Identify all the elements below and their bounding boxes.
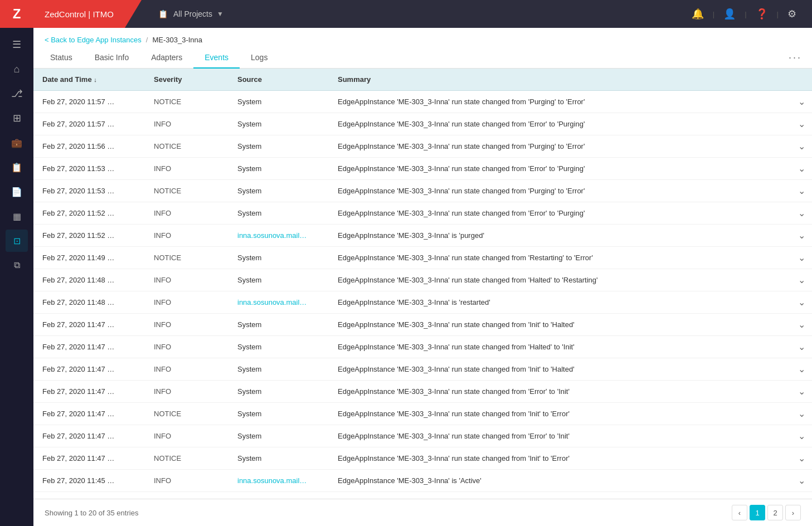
next-page-button[interactable]: ›	[785, 505, 801, 520]
expand-row-button[interactable]: ⌄	[790, 225, 812, 247]
tab-events[interactable]: Events	[193, 47, 240, 69]
cell-datetime: Feb 27, 2020 11:47 …	[33, 403, 145, 425]
cell-datetime: Feb 27, 2020 11:47 …	[33, 381, 145, 403]
expand-row-button[interactable]: ⌄	[790, 314, 812, 336]
cell-summary: EdgeAppInstance 'ME-303_3-Inna' run stat…	[329, 425, 790, 447]
expand-row-button[interactable]: ⌄	[790, 91, 812, 113]
cell-severity: INFO	[145, 470, 228, 492]
cell-severity: NOTICE	[145, 447, 228, 470]
sidebar-apps-icon[interactable]: ⊞	[6, 107, 28, 129]
cell-source: System	[228, 447, 329, 470]
expand-row-button[interactable]: ⌄	[790, 202, 812, 225]
sidebar-layers-icon[interactable]: ⧉	[6, 254, 28, 276]
help-icon[interactable]: ❓	[751, 8, 772, 20]
cell-summary: EdgeAppInstance 'ME-303_3-Inna' run stat…	[329, 180, 790, 202]
tab-adapters[interactable]: Adapters	[140, 47, 193, 69]
expand-row-button[interactable]: ⌄	[790, 447, 812, 470]
sidebar-topology-icon[interactable]: ⎇	[6, 82, 28, 105]
cell-source[interactable]: inna.sosunova.mail…	[228, 470, 329, 492]
cell-source: System	[228, 358, 329, 381]
sidebar-document-icon[interactable]: 📄	[6, 181, 28, 203]
prev-page-button[interactable]: ‹	[732, 505, 747, 520]
cell-source: System	[228, 425, 329, 447]
project-selector[interactable]: 📋 All Projects ▼	[142, 9, 223, 18]
logo: Z	[0, 0, 33, 28]
expand-row-button[interactable]: ⌄	[790, 291, 812, 314]
sidebar-briefcase-icon[interactable]: 💼	[6, 132, 28, 154]
cell-summary: EdgeAppInstance 'ME-303_3-Inna' is 'rest…	[329, 291, 790, 314]
table-row: Feb 27, 2020 11:47 …NOTICESystemEdgeAppI…	[33, 447, 812, 470]
sidebar-home-icon[interactable]: ⌂	[6, 58, 28, 80]
table-row: Feb 27, 2020 11:47 …INFOSystemEdgeAppIns…	[33, 314, 812, 336]
tab-basic-info[interactable]: Basic Info	[84, 47, 140, 69]
notification-icon[interactable]: 🔔	[687, 8, 708, 20]
sidebar-menu-icon[interactable]: ☰	[6, 33, 28, 56]
col-summary: Summary	[329, 69, 790, 91]
cell-source: System	[228, 381, 329, 403]
sidebar-grid-icon[interactable]: ▦	[6, 205, 28, 227]
sidebar-active-icon[interactable]: ⊡	[6, 230, 28, 252]
expand-row-button[interactable]: ⌄	[790, 269, 812, 291]
topbar: Z ZedControl | ITMO 📋 All Projects ▼ 🔔 |…	[0, 0, 812, 28]
cell-datetime: Feb 27, 2020 11:57 …	[33, 91, 145, 113]
col-severity: Severity	[145, 69, 228, 91]
table-row: Feb 27, 2020 11:47 …NOTICESystemEdgeAppI…	[33, 403, 812, 425]
user-icon[interactable]: 👤	[719, 8, 740, 20]
cell-summary: EdgeAppInstance 'ME-303_3-Inna' is 'Acti…	[329, 470, 790, 492]
page-1-button[interactable]: 1	[750, 505, 765, 520]
page-2-button[interactable]: 2	[767, 505, 783, 520]
expand-row-button[interactable]: ⌄	[790, 247, 812, 269]
expand-row-button[interactable]: ⌄	[790, 470, 812, 492]
expand-row-button[interactable]: ⌄	[790, 381, 812, 403]
cell-source: System	[228, 135, 329, 158]
cell-source: System	[228, 314, 329, 336]
cell-datetime: Feb 27, 2020 11:47 …	[33, 358, 145, 381]
tab-status[interactable]: Status	[39, 47, 84, 69]
sidebar-report-icon[interactable]: 📋	[6, 156, 28, 178]
table-row: Feb 27, 2020 11:45 …INFOinna.sosunova.ma…	[33, 470, 812, 492]
cell-source: System	[228, 180, 329, 202]
expand-row-button[interactable]: ⌄	[790, 425, 812, 447]
cell-datetime: Feb 27, 2020 11:57 …	[33, 113, 145, 135]
cell-datetime: Feb 27, 2020 11:47 …	[33, 425, 145, 447]
cell-summary: EdgeAppInstance 'ME-303_3-Inna' run stat…	[329, 158, 790, 180]
cell-datetime: Feb 27, 2020 11:52 …	[33, 202, 145, 225]
table-row: Feb 27, 2020 11:52 …INFOSystemEdgeAppIns…	[33, 202, 812, 225]
table-row: Feb 27, 2020 11:57 …INFOSystemEdgeAppIns…	[33, 113, 812, 135]
cell-source[interactable]: inna.sosunova.mail…	[228, 225, 329, 247]
cell-summary: EdgeAppInstance 'ME-303_3-Inna' run stat…	[329, 247, 790, 269]
expand-row-button[interactable]: ⌄	[790, 403, 812, 425]
settings-icon[interactable]: ⚙	[783, 8, 801, 20]
expand-row-button[interactable]: ⌄	[790, 135, 812, 158]
col-expand	[790, 69, 812, 91]
expand-row-button[interactable]: ⌄	[790, 180, 812, 202]
tab-logs[interactable]: Logs	[240, 47, 279, 69]
topbar-actions: 🔔 | 👤 | ❓ | ⚙	[687, 8, 812, 20]
tabs-more-button[interactable]: ···	[784, 52, 806, 64]
cell-datetime: Feb 27, 2020 11:47 …	[33, 336, 145, 358]
cell-source: System	[228, 403, 329, 425]
divider1: |	[711, 10, 717, 18]
table-row: Feb 27, 2020 11:57 …NOTICESystemEdgeAppI…	[33, 91, 812, 113]
cell-summary: EdgeAppInstance 'ME-303_3-Inna' run stat…	[329, 336, 790, 358]
cell-severity: INFO	[145, 113, 228, 135]
brand-label: ZedControl | ITMO	[33, 0, 125, 28]
expand-row-button[interactable]: ⌄	[790, 113, 812, 135]
cell-datetime: Feb 27, 2020 11:48 …	[33, 291, 145, 314]
cell-source[interactable]: inna.sosunova.mail…	[228, 291, 329, 314]
table-row: Feb 27, 2020 11:47 …INFOSystemEdgeAppIns…	[33, 425, 812, 447]
cell-severity: INFO	[145, 202, 228, 225]
back-link[interactable]: < Back to Edge App Instances	[45, 36, 142, 44]
cell-source: System	[228, 202, 329, 225]
cell-summary: EdgeAppInstance 'ME-303_3-Inna' is 'purg…	[329, 225, 790, 247]
col-datetime[interactable]: Date and Time ↓	[33, 69, 145, 91]
table-row: Feb 27, 2020 11:48 …INFOinna.sosunova.ma…	[33, 291, 812, 314]
cell-severity: INFO	[145, 358, 228, 381]
expand-row-button[interactable]: ⌄	[790, 158, 812, 180]
table-row: Feb 27, 2020 11:47 …INFOSystemEdgeAppIns…	[33, 358, 812, 381]
expand-row-button[interactable]: ⌄	[790, 358, 812, 381]
project-selector-label: All Projects	[173, 9, 212, 18]
main-content: < Back to Edge App Instances / ME-303_3-…	[33, 28, 812, 526]
expand-row-button[interactable]: ⌄	[790, 336, 812, 358]
cell-summary: EdgeAppInstance 'ME-303_3-Inna' run stat…	[329, 202, 790, 225]
